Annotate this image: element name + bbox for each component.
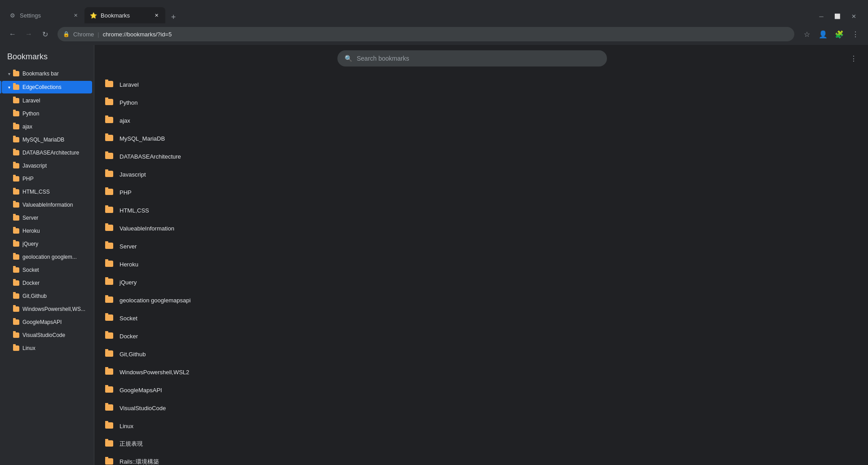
bookmark-item-valuable-info[interactable]: ValueableInformation ⋮: [94, 219, 868, 237]
profile-button[interactable]: 👤: [816, 27, 830, 41]
tab-settings[interactable]: ⚙ Settings ✕: [4, 7, 84, 23]
sidebar-label-python: Python: [22, 111, 39, 117]
sidebar-label-vscode: VisualStudioCode: [22, 332, 65, 338]
folder-icon: [105, 261, 113, 268]
sidebar-item-python[interactable]: Python: [2, 107, 92, 120]
settings-tab-close[interactable]: ✕: [72, 12, 79, 19]
sidebar-item-javascript[interactable]: Javascript: [2, 159, 92, 172]
sidebar-item-php[interactable]: PHP: [2, 173, 92, 185]
lock-icon: 🔒: [63, 31, 70, 37]
sidebar-item-bookmarks-bar[interactable]: ▾ Bookmarks bar: [2, 67, 92, 80]
bookmark-label-javascript: Javascript: [120, 171, 845, 178]
sidebar-item-mysql[interactable]: MySQL_MariaDB: [2, 133, 92, 146]
sidebar-label-ajax: ajax: [22, 124, 32, 130]
sidebar-item-valuable-info[interactable]: ValueableInformation: [2, 199, 92, 211]
search-box[interactable]: 🔍 Search bookmarks: [337, 50, 607, 66]
tab-bookmarks[interactable]: ⭐ Bookmarks ✕: [84, 7, 165, 23]
bookmark-item-database-arch[interactable]: DATABASEArchitecture ⋮: [94, 147, 868, 165]
page-title: Bookmarks: [7, 52, 48, 61]
folder-icon: [13, 70, 20, 77]
bookmark-item-python[interactable]: Python ⋮: [94, 93, 868, 111]
folder-icon: [105, 243, 113, 250]
bookmark-label-windows-ps: WindowsPowershell,WSL2: [120, 369, 845, 376]
sidebar-item-ajax[interactable]: ajax: [2, 120, 92, 133]
bookmark-item-mysql[interactable]: MySQL_MariaDB ⋮: [94, 129, 868, 147]
sidebar-item-git-github[interactable]: Git,Github: [2, 290, 92, 302]
maximize-button[interactable]: ⬜: [830, 9, 845, 23]
bookmark-item-rails[interactable]: Rails::環境構築 ⋮: [94, 453, 868, 465]
sidebar-item-laravel[interactable]: Laravel: [2, 94, 92, 107]
more-vert-icon: ⋮: [847, 368, 855, 376]
bookmark-item-linux[interactable]: Linux ⋮: [94, 417, 868, 435]
folder-icon: [105, 153, 113, 160]
sidebar-item-linux[interactable]: Linux: [2, 342, 92, 354]
puzzle-icon: 🧩: [835, 30, 844, 39]
sidebar-item-vscode[interactable]: VisualStudioCode: [2, 329, 92, 341]
sidebar-item-google-maps[interactable]: GoogleMapsAPI: [2, 316, 92, 328]
forward-button[interactable]: →: [22, 27, 36, 41]
folder-icon: [105, 297, 113, 304]
bookmark-label-geolocation: geolocation googlemapsapi: [120, 297, 845, 304]
bookmarks-tab-close[interactable]: ✕: [153, 12, 160, 19]
bookmark-label-rails: Rails::環境構築: [120, 458, 845, 465]
bookmark-item-socket[interactable]: Socket ⋮: [94, 309, 868, 327]
more-vert-icon: ⋮: [847, 188, 855, 197]
folder-icon: [13, 162, 20, 169]
bookmark-item-server[interactable]: Server ⋮: [94, 237, 868, 255]
sidebar-label-html-css: HTML,CSS: [22, 189, 50, 195]
folder-icon: [105, 350, 113, 358]
sidebar-label-geolocation: geolocation googlem...: [22, 254, 77, 260]
more-vert-icon: ⋮: [847, 116, 855, 125]
bookmark-star-button[interactable]: ☆: [800, 27, 814, 41]
more-menu-button[interactable]: ⋮: [848, 27, 863, 41]
bookmarks-tab-favicon: ⭐: [90, 12, 97, 19]
bookmarks-more-button[interactable]: ⋮: [846, 51, 861, 66]
sidebar-item-docker[interactable]: Docker: [2, 277, 92, 289]
bookmark-label-php: PHP: [120, 189, 845, 196]
bookmark-item-laravel[interactable]: Laravel ⋮: [94, 75, 868, 93]
sidebar-item-socket[interactable]: Socket: [2, 264, 92, 276]
back-button[interactable]: ←: [5, 27, 20, 41]
bookmark-item-php[interactable]: PHP ⋮: [94, 183, 868, 201]
sidebar-item-database-arch[interactable]: DATABASEArchitecture: [2, 146, 92, 159]
sidebar-item-jquery[interactable]: jQuery: [2, 238, 92, 250]
new-tab-button[interactable]: +: [167, 11, 180, 23]
more-vert-icon: ⋮: [847, 80, 855, 89]
sidebar-item-geolocation[interactable]: geolocation googlem...: [2, 251, 92, 263]
bookmark-item-html-css[interactable]: HTML,CSS ⋮: [94, 201, 868, 219]
minimize-button[interactable]: ─: [814, 9, 828, 23]
folder-icon: [105, 81, 113, 88]
folder-icon: [13, 84, 20, 91]
sidebar-item-edge-collections[interactable]: ▾ EdgeCollections: [2, 81, 92, 93]
address-bar[interactable]: 🔒 Chrome | chrome://bookmarks/?id=5: [58, 27, 794, 41]
more-vert-icon: ⋮: [847, 224, 855, 233]
sidebar-item-heroku[interactable]: Heroku: [2, 225, 92, 237]
bookmark-item-vscode[interactable]: VisualStudioCode ⋮: [94, 399, 868, 417]
more-vert-icon: ⋮: [847, 134, 855, 143]
reload-button[interactable]: ↻: [38, 27, 52, 41]
page-content: Bookmarks ▾ Bookmarks bar ▾: [0, 45, 868, 465]
bookmark-label-python: Python: [120, 99, 845, 106]
extensions-button[interactable]: 🧩: [832, 27, 846, 41]
sidebar-item-windows-ps[interactable]: WindowsPowershell,WS...: [2, 303, 92, 315]
bookmark-item-google-maps[interactable]: GoogleMapsAPI ⋮: [94, 381, 868, 399]
folder-icon: [105, 135, 113, 142]
tab-bar: ⚙ Settings ✕ ⭐ Bookmarks ✕ + ─ ⬜ ✕: [0, 0, 868, 23]
folder-icon: [105, 440, 113, 447]
bookmark-item-ajax[interactable]: ajax ⋮: [94, 111, 868, 129]
bookmark-item-javascript[interactable]: Javascript ⋮: [94, 165, 868, 183]
bookmark-item-git-github[interactable]: Git,Github ⋮: [94, 345, 868, 363]
bookmark-item-geolocation[interactable]: geolocation googlemapsapi ⋮: [94, 291, 868, 309]
bookmark-item-docker[interactable]: Docker ⋮: [94, 327, 868, 345]
sidebar-item-server[interactable]: Server: [2, 212, 92, 224]
sidebar-item-html-css[interactable]: HTML,CSS: [2, 186, 92, 198]
bookmark-item-windows-ps[interactable]: WindowsPowershell,WSL2 ⋮: [94, 363, 868, 381]
close-window-button[interactable]: ✕: [846, 9, 861, 23]
bookmark-label-google-maps: GoogleMapsAPI: [120, 387, 845, 394]
bookmark-item-heroku[interactable]: Heroku ⋮: [94, 255, 868, 273]
bookmarks-tab-label: Bookmarks: [101, 12, 150, 19]
bookmark-item-regex[interactable]: 正規表現 ⋮: [94, 435, 868, 453]
bookmark-item-jquery[interactable]: jQuery ⋮: [94, 273, 868, 291]
folder-icon: [13, 227, 20, 235]
sidebar-label-php: PHP: [22, 176, 34, 182]
